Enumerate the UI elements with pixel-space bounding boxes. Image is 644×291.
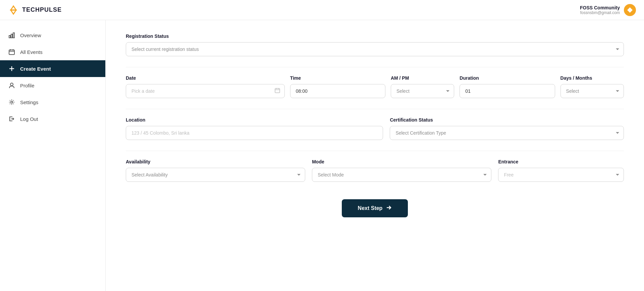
person-icon	[8, 82, 15, 89]
bar-chart-icon	[8, 31, 15, 39]
svg-rect-4	[11, 34, 12, 38]
ampm-wrapper: Select AM PM	[391, 84, 454, 98]
svg-rect-3	[9, 35, 10, 38]
location-group: Location	[126, 117, 383, 140]
sidebar-item-logout[interactable]: Log Out	[0, 111, 105, 127]
ampm-select[interactable]: Select AM PM	[391, 84, 454, 98]
certification-wrapper: Select Certification Type	[390, 126, 624, 140]
avail-mode-entrance-section: Availability Select Availability Mode Se…	[126, 159, 624, 182]
sidebar-item-all-events[interactable]: All Events	[0, 44, 105, 60]
sidebar-profile-label: Profile	[20, 83, 35, 88]
availability-label: Availability	[126, 159, 305, 164]
user-info: FOSS Community fossnsbm@gmail.com	[580, 4, 636, 16]
sidebar-item-overview[interactable]: Overview	[0, 27, 105, 44]
location-input[interactable]	[126, 126, 383, 140]
entrance-wrapper: Free Paid	[498, 168, 624, 182]
mode-wrapper: Select Mode	[312, 168, 491, 182]
sidebar-logout-label: Log Out	[20, 116, 38, 122]
days-months-select[interactable]: Select Days Months	[560, 84, 624, 98]
datetime-section: Date Time	[126, 75, 624, 98]
time-input[interactable]	[290, 84, 385, 98]
app-name: TECHPULSE	[22, 6, 62, 13]
sidebar: Overview All Events Create Event	[0, 20, 106, 291]
days-months-group: Days / Months Select Days Months	[560, 75, 624, 98]
gear-icon	[8, 98, 15, 106]
logout-icon	[8, 115, 15, 123]
avail-mode-entrance-row: Availability Select Availability Mode Se…	[126, 159, 624, 182]
entrance-label: Entrance	[498, 159, 624, 164]
date-input[interactable]	[126, 84, 285, 98]
sidebar-item-profile[interactable]: Profile	[0, 77, 105, 94]
days-months-label: Days / Months	[560, 75, 624, 81]
mode-select[interactable]: Select Mode	[312, 168, 491, 182]
main-content: Registration Status Select current regis…	[106, 20, 644, 291]
duration-input[interactable]	[460, 84, 555, 98]
next-step-label: Next Step	[358, 205, 383, 211]
days-months-wrapper: Select Days Months	[560, 84, 624, 98]
datetime-row: Date Time	[126, 75, 624, 98]
location-label: Location	[126, 117, 383, 123]
ampm-label: AM / PM	[391, 75, 454, 81]
svg-marker-1	[11, 10, 16, 14]
certification-label: Certification Status	[390, 117, 624, 123]
sidebar-overview-label: Overview	[20, 32, 41, 38]
registration-status-select[interactable]: Select current registration status	[126, 42, 624, 56]
entrance-group: Entrance Free Paid	[498, 159, 624, 182]
calendar-icon	[8, 48, 15, 56]
time-group: Time	[290, 75, 385, 98]
sidebar-item-settings[interactable]: Settings	[0, 94, 105, 111]
registration-status-label: Registration Status	[126, 33, 624, 39]
duration-label: Duration	[460, 75, 555, 81]
duration-group: Duration	[460, 75, 555, 98]
certification-select[interactable]: Select Certification Type	[390, 126, 624, 140]
sidebar-all-events-label: All Events	[20, 49, 43, 55]
plus-icon	[8, 65, 15, 72]
svg-rect-5	[13, 33, 14, 38]
logo: TECHPULSE	[8, 5, 62, 15]
registration-status-wrapper: Select current registration status	[126, 42, 624, 56]
ampm-group: AM / PM Select AM PM	[391, 75, 454, 98]
next-step-button[interactable]: Next Step	[342, 199, 408, 217]
location-cert-section: Location Certification Status Select Cer…	[126, 117, 624, 140]
logo-icon	[8, 5, 19, 15]
availability-group: Availability Select Availability	[126, 159, 305, 182]
availability-select[interactable]: Select Availability	[126, 168, 305, 182]
layout: Overview All Events Create Event	[0, 20, 644, 291]
svg-point-13	[11, 101, 13, 103]
time-label: Time	[290, 75, 385, 81]
date-label: Date	[126, 75, 285, 81]
sidebar-settings-label: Settings	[20, 99, 38, 105]
svg-marker-2	[627, 7, 633, 13]
user-name: FOSS Community	[580, 5, 620, 10]
calendar-small-icon	[275, 88, 280, 94]
date-group: Date	[126, 75, 285, 98]
certification-group: Certification Status Select Certificatio…	[390, 117, 624, 140]
svg-rect-6	[9, 50, 14, 55]
loc-cert-row: Location Certification Status Select Cer…	[126, 117, 624, 140]
mode-group: Mode Select Mode	[312, 159, 491, 182]
user-email: fossnsbm@gmail.com	[580, 10, 620, 15]
svg-marker-0	[11, 6, 16, 10]
user-avatar[interactable]	[624, 4, 636, 16]
header: TECHPULSE FOSS Community fossnsbm@gmail.…	[0, 0, 644, 20]
date-input-wrapper	[126, 84, 285, 98]
sidebar-create-event-label: Create Event	[20, 66, 51, 72]
arrow-right-icon	[386, 205, 392, 212]
svg-point-12	[10, 83, 13, 86]
mode-label: Mode	[312, 159, 491, 164]
registration-status-section: Registration Status Select current regis…	[126, 33, 624, 56]
entrance-select[interactable]: Free Paid	[498, 168, 624, 182]
availability-wrapper: Select Availability	[126, 168, 305, 182]
user-details: FOSS Community fossnsbm@gmail.com	[580, 5, 620, 15]
svg-rect-14	[275, 88, 280, 93]
sidebar-item-create-event[interactable]: Create Event	[0, 60, 105, 77]
